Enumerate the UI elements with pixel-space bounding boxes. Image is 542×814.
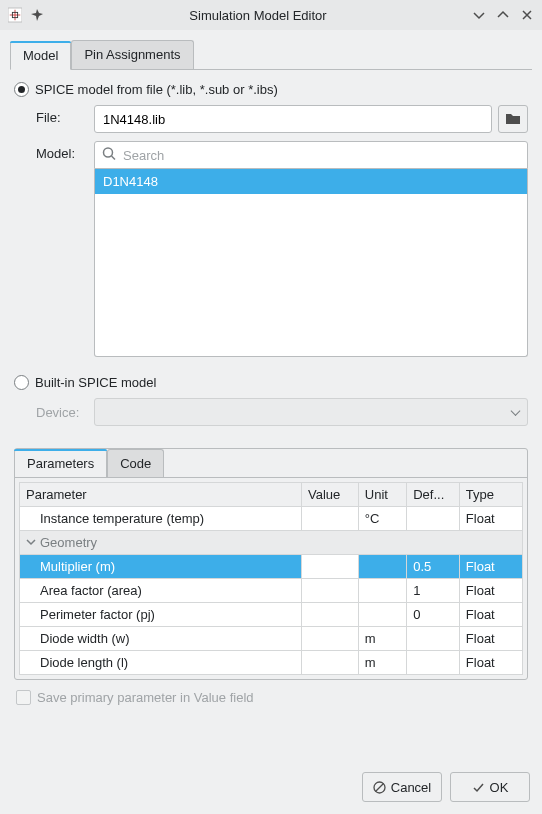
pin-icon[interactable]	[30, 8, 44, 22]
cell-def: 1	[407, 579, 460, 603]
svg-line-5	[375, 783, 383, 791]
titlebar: Simulation Model Editor	[0, 0, 542, 30]
table-row[interactable]: Multiplier (m)0.5Float	[20, 555, 523, 579]
col-parameter[interactable]: Parameter	[20, 483, 302, 507]
device-label: Device:	[36, 405, 88, 420]
cell-unit: °C	[358, 507, 406, 531]
radio-icon	[14, 82, 29, 97]
cell-parameter: Perimeter factor (pj)	[20, 603, 302, 627]
window-title: Simulation Model Editor	[44, 8, 472, 23]
builtin-spice-radio-label: Built-in SPICE model	[35, 375, 156, 390]
col-unit[interactable]: Unit	[358, 483, 406, 507]
close-icon[interactable]	[520, 8, 534, 22]
table-row[interactable]: Instance temperature (temp)°CFloat	[20, 507, 523, 531]
model-label: Model:	[36, 141, 88, 161]
chevron-down-icon	[512, 405, 519, 420]
file-input[interactable]	[94, 105, 492, 133]
cell-value[interactable]	[302, 603, 359, 627]
svg-point-2	[104, 148, 113, 157]
cancel-button[interactable]: Cancel	[362, 772, 442, 802]
cell-value[interactable]	[302, 651, 359, 675]
svg-line-3	[112, 156, 116, 160]
tab-parameters[interactable]: Parameters	[14, 449, 107, 477]
chevron-down-icon	[26, 535, 36, 550]
file-label: File:	[36, 105, 88, 125]
builtin-spice-radio[interactable]: Built-in SPICE model	[14, 375, 528, 390]
search-icon	[102, 147, 116, 164]
cell-unit: m	[358, 627, 406, 651]
table-row[interactable]: Perimeter factor (pj)0Float	[20, 603, 523, 627]
cell-type: Float	[459, 627, 522, 651]
spice-file-radio-label: SPICE model from file (*.lib, *.sub or *…	[35, 82, 278, 97]
model-listbox[interactable]: D1N4148	[94, 169, 528, 357]
cell-def: 0	[407, 603, 460, 627]
cell-unit: m	[358, 651, 406, 675]
model-list-item[interactable]: D1N4148	[95, 169, 527, 194]
save-primary-checkbox: Save primary parameter in Value field	[16, 690, 526, 705]
cell-def	[407, 651, 460, 675]
cell-parameter: Instance temperature (temp)	[20, 507, 302, 531]
cell-type: Float	[459, 507, 522, 531]
cell-unit	[358, 603, 406, 627]
table-header-row: Parameter Value Unit Def... Type	[20, 483, 523, 507]
cell-type: Float	[459, 579, 522, 603]
col-value[interactable]: Value	[302, 483, 359, 507]
tab-model[interactable]: Model	[10, 41, 71, 70]
cancel-icon	[373, 781, 386, 794]
col-type[interactable]: Type	[459, 483, 522, 507]
cell-type: Float	[459, 651, 522, 675]
model-search-input[interactable]	[94, 141, 528, 169]
cancel-button-label: Cancel	[391, 780, 431, 795]
cell-value[interactable]	[302, 627, 359, 651]
tab-code[interactable]: Code	[107, 449, 164, 477]
cell-parameter: Diode length (l)	[20, 651, 302, 675]
cell-unit	[358, 555, 406, 579]
table-row[interactable]: Diode width (w)mFloat	[20, 627, 523, 651]
ok-button[interactable]: OK	[450, 772, 530, 802]
cell-def: 0.5	[407, 555, 460, 579]
minimize-icon[interactable]	[472, 8, 486, 22]
cell-type: Float	[459, 603, 522, 627]
cell-value[interactable]	[302, 555, 359, 579]
ok-button-label: OK	[490, 780, 509, 795]
table-group-row[interactable]: Geometry	[20, 531, 523, 555]
cell-type: Float	[459, 555, 522, 579]
spice-file-radio[interactable]: SPICE model from file (*.lib, *.sub or *…	[14, 82, 528, 97]
folder-icon	[505, 112, 521, 126]
cell-unit	[358, 579, 406, 603]
cell-def	[407, 507, 460, 531]
table-row[interactable]: Area factor (area)1Float	[20, 579, 523, 603]
cell-value[interactable]	[302, 507, 359, 531]
check-icon	[472, 781, 485, 794]
simulation-model-editor-window: Simulation Model Editor Model Pin Assign…	[0, 0, 542, 814]
checkbox-icon	[16, 690, 31, 705]
cell-parameter: Area factor (area)	[20, 579, 302, 603]
table-row[interactable]: Diode length (l)mFloat	[20, 651, 523, 675]
browse-file-button[interactable]	[498, 105, 528, 133]
tab-pin-assignments[interactable]: Pin Assignments	[71, 40, 193, 69]
cell-def	[407, 627, 460, 651]
cell-value[interactable]	[302, 579, 359, 603]
col-default[interactable]: Def...	[407, 483, 460, 507]
cell-parameter: Multiplier (m)	[20, 555, 302, 579]
maximize-icon[interactable]	[496, 8, 510, 22]
save-primary-label: Save primary parameter in Value field	[37, 690, 254, 705]
device-combo	[94, 398, 528, 426]
radio-icon	[14, 375, 29, 390]
cell-parameter: Diode width (w)	[20, 627, 302, 651]
app-icon	[8, 8, 22, 22]
parameters-table: Parameter Value Unit Def... Type Instanc…	[19, 482, 523, 675]
main-tab-bar: Model Pin Assignments	[10, 40, 532, 70]
